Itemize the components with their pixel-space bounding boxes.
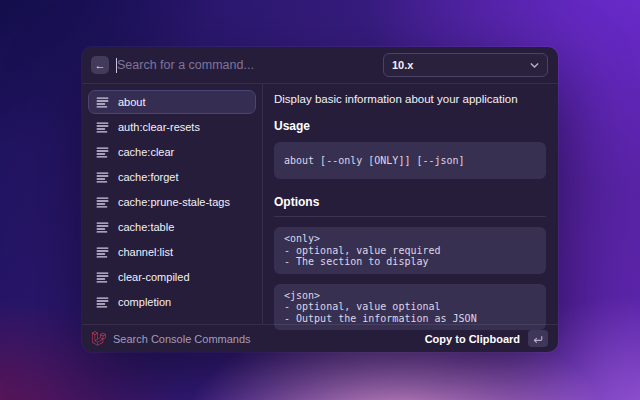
usage-heading: Usage	[274, 119, 546, 133]
option-detail-line: - Output the information as JSON	[284, 313, 536, 325]
enter-key-button[interactable]	[528, 330, 548, 347]
command-label: about	[118, 96, 146, 108]
command-label: auth:clear-resets	[118, 121, 200, 133]
command-label: cache:clear	[118, 146, 174, 158]
command-lines-icon	[96, 221, 109, 234]
return-key-icon	[533, 330, 543, 348]
command-lines-icon	[96, 146, 109, 159]
option-detail-line: - The section to display	[284, 256, 536, 268]
command-label: completion	[118, 296, 171, 308]
command-label: cache:prune-stale-tags	[118, 196, 230, 208]
command-label: cache:table	[118, 221, 174, 233]
sidebar-command-item[interactable]: cache:forget	[88, 165, 256, 189]
command-palette-window: ← 10.x about	[82, 47, 558, 352]
command-label: cache:forget	[118, 171, 179, 183]
command-lines-icon	[96, 271, 109, 284]
version-select-value: 10.x	[392, 59, 413, 71]
sidebar-command-item[interactable]: clear-compiled	[88, 265, 256, 289]
chevron-down-icon	[530, 61, 539, 70]
command-lines-icon	[96, 121, 109, 134]
command-lines-icon	[96, 296, 109, 309]
search-input[interactable]	[117, 58, 383, 72]
option-detail-line: - optional, value required	[284, 245, 536, 257]
arrow-left-icon: ←	[95, 60, 106, 71]
laravel-logo-icon	[92, 331, 106, 346]
command-lines-icon	[96, 96, 109, 109]
sidebar-command-item[interactable]: channel:list	[88, 240, 256, 264]
option-detail-line: - optional, value optional	[284, 301, 536, 313]
sidebar-command-item[interactable]: auth:clear-resets	[88, 115, 256, 139]
command-lines-icon	[96, 246, 109, 259]
sidebar-command-item[interactable]: about	[88, 90, 256, 114]
option-name: <only>	[284, 233, 536, 245]
command-label: clear-compiled	[118, 271, 190, 283]
option-name: <json>	[284, 290, 536, 302]
sidebar-command-item[interactable]: completion	[88, 290, 256, 314]
footer-actions: Copy to Clipboard	[425, 330, 548, 347]
copy-to-clipboard-button[interactable]: Copy to Clipboard	[425, 333, 520, 345]
command-label: channel:list	[118, 246, 173, 258]
command-detail-panel: Display basic information about your app…	[263, 84, 558, 324]
command-lines-icon	[96, 196, 109, 209]
palette-body: about auth:clear-resets cache:clear	[82, 84, 558, 324]
command-description: Display basic information about your app…	[274, 93, 546, 105]
sidebar-command-item[interactable]: cache:clear	[88, 140, 256, 164]
option-block: <only> - optional, value required- The s…	[274, 227, 546, 274]
back-button[interactable]: ←	[91, 56, 109, 74]
sidebar-command-item[interactable]: cache:prune-stale-tags	[88, 190, 256, 214]
sidebar-command-item[interactable]: cache:table	[88, 215, 256, 239]
command-list: about auth:clear-resets cache:clear	[82, 84, 263, 324]
options-heading: Options	[274, 195, 546, 217]
footer-app-label: Search Console Commands	[113, 333, 251, 345]
options-list: <only> - optional, value required- The s…	[274, 227, 546, 330]
usage-code-block: about [--only [ONLY]] [--json]	[274, 142, 546, 179]
search-header: ← 10.x	[82, 47, 558, 84]
palette-footer: Search Console Commands Copy to Clipboar…	[82, 324, 558, 352]
search-field-wrap	[116, 58, 383, 73]
command-lines-icon	[96, 171, 109, 184]
footer-branding: Search Console Commands	[92, 331, 251, 346]
version-select[interactable]: 10.x	[383, 53, 548, 77]
